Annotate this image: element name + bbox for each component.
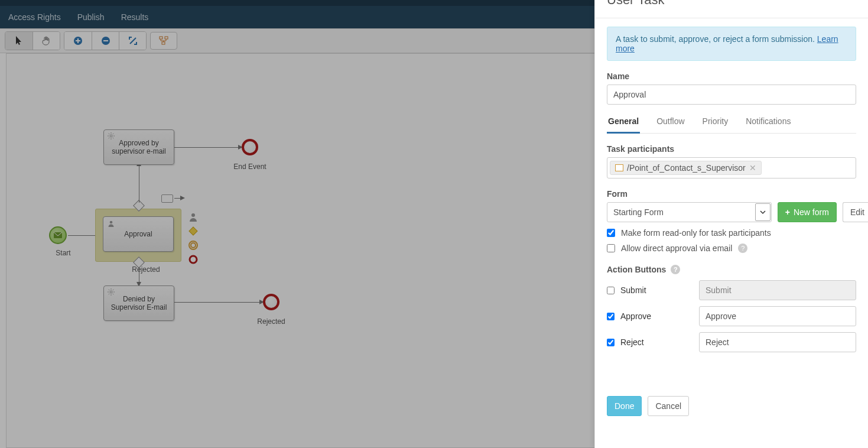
help-icon[interactable]: ? bbox=[671, 265, 680, 274]
done-button[interactable]: Done bbox=[607, 396, 642, 416]
cancel-button[interactable]: Cancel bbox=[648, 396, 689, 416]
help-icon[interactable]: ? bbox=[738, 244, 747, 253]
name-label: Name bbox=[607, 72, 856, 81]
tab-notifications[interactable]: Notifications bbox=[745, 116, 792, 133]
panel-footer: Done Cancel bbox=[607, 396, 689, 416]
form-select-wrap: Starting Form bbox=[607, 202, 772, 222]
approve-value-input[interactable] bbox=[699, 306, 856, 326]
modal-backdrop[interactable] bbox=[0, 0, 594, 448]
remove-token-icon[interactable]: ✕ bbox=[749, 163, 756, 173]
divider bbox=[595, 18, 868, 18]
info-text: A task to submit, approve, or reject a f… bbox=[616, 34, 817, 44]
submit-label: Submit bbox=[620, 285, 646, 295]
participants-input[interactable]: /Point_of_Contact_s_Supervisor ✕ bbox=[607, 157, 856, 178]
info-box: A task to submit, approve, or reject a f… bbox=[607, 27, 856, 61]
user-task-panel: User Task A task to submit, approve, or … bbox=[594, 0, 868, 448]
name-input[interactable] bbox=[607, 85, 856, 105]
submit-checkbox[interactable] bbox=[607, 287, 615, 294]
tab-outflow[interactable]: Outflow bbox=[655, 116, 685, 133]
participant-token-text: /Point_of_Contact_s_Supervisor bbox=[627, 163, 746, 173]
approve-checkbox[interactable] bbox=[607, 313, 615, 320]
action-row-submit: Submit bbox=[607, 280, 856, 300]
panel-title: User Task bbox=[595, 0, 868, 15]
form-select[interactable]: Starting Form bbox=[607, 202, 772, 222]
readonly-checkbox-row[interactable]: Make form read-only for task participant… bbox=[607, 228, 856, 238]
tab-general[interactable]: General bbox=[607, 116, 640, 134]
field-icon bbox=[615, 164, 623, 171]
approve-label: Approve bbox=[620, 311, 651, 321]
participant-token: /Point_of_Contact_s_Supervisor ✕ bbox=[610, 161, 762, 175]
reject-value-input[interactable] bbox=[699, 332, 856, 352]
participants-label: Task participants bbox=[607, 144, 856, 154]
direct-approval-checkbox[interactable] bbox=[607, 244, 615, 252]
tabs: General Outflow Priority Notifications bbox=[607, 116, 856, 134]
submit-value-input bbox=[699, 280, 856, 300]
readonly-label: Make form read-only for task participant… bbox=[621, 228, 771, 238]
readonly-checkbox[interactable] bbox=[607, 229, 615, 237]
reject-checkbox[interactable] bbox=[607, 339, 615, 346]
plus-icon: + bbox=[785, 207, 790, 217]
tab-priority[interactable]: Priority bbox=[701, 116, 730, 133]
new-form-button[interactable]: + New form bbox=[778, 202, 837, 222]
action-buttons-label: Action Buttons ? bbox=[607, 265, 856, 274]
action-row-reject: Reject bbox=[607, 332, 856, 352]
edit-form-button[interactable]: Edit bbox=[843, 202, 868, 222]
direct-approval-label: Allow direct approval via email bbox=[621, 244, 732, 253]
action-row-approve: Approve bbox=[607, 306, 856, 326]
reject-label: Reject bbox=[620, 337, 644, 347]
direct-approval-row[interactable]: Allow direct approval via email ? bbox=[607, 244, 856, 253]
form-label: Form bbox=[607, 189, 856, 199]
